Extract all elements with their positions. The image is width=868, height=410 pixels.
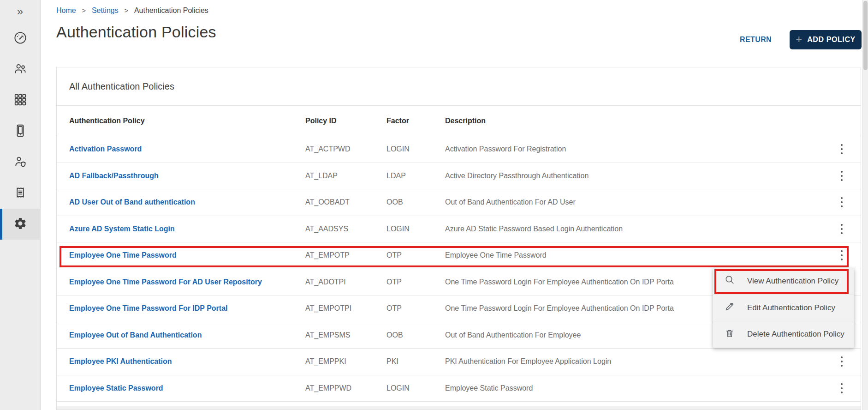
users-icon bbox=[13, 62, 27, 78]
breadcrumb: Home > Settings > Authentication Policie… bbox=[56, 6, 208, 15]
policy-factor: OTP bbox=[386, 251, 402, 259]
policy-id: AT_LDAP bbox=[305, 172, 338, 180]
authentication-policies-page: » Home > Settings > Authentication Polic… bbox=[0, 0, 868, 410]
user-security-icon bbox=[13, 155, 27, 170]
policy-factor: OOB bbox=[386, 198, 403, 206]
settings-icon bbox=[13, 217, 27, 232]
row-actions-kebab-icon[interactable] bbox=[836, 216, 848, 242]
context-menu-label: View Authentication Policy bbox=[747, 277, 838, 286]
sidebar-item-devices[interactable] bbox=[0, 116, 40, 147]
policy-link[interactable]: AD User Out of Band authentication bbox=[69, 198, 195, 206]
scrollbar-thumb[interactable] bbox=[863, 1, 868, 70]
sidebar-collapse-button[interactable]: » bbox=[0, 0, 40, 23]
policy-description: Employee One Time Password bbox=[445, 251, 547, 259]
vertical-scrollbar[interactable] bbox=[862, 0, 868, 410]
breadcrumb-separator-icon: > bbox=[125, 7, 128, 14]
add-policy-label: ADD POLICY bbox=[807, 36, 856, 44]
return-button[interactable]: RETURN bbox=[740, 30, 772, 49]
policy-factor: OOB bbox=[386, 331, 403, 339]
policy-id: AT_EMPOTP bbox=[305, 251, 350, 259]
policy-id: AT_EMPPKI bbox=[305, 357, 346, 366]
policy-link[interactable]: Employee PKI Authentication bbox=[69, 357, 172, 366]
context-menu-label: Edit Authentication Policy bbox=[747, 303, 835, 313]
policy-description: Azure AD Static Password Based Login Aut… bbox=[445, 225, 623, 233]
breadcrumb-home[interactable]: Home bbox=[56, 6, 76, 15]
context-menu-item-edit[interactable]: Edit Authentication Policy bbox=[713, 295, 854, 321]
sidebar-item-applications[interactable] bbox=[0, 85, 40, 116]
context-menu-item-delete[interactable]: Delete Authentication Policy bbox=[713, 321, 854, 348]
policy-factor: LOGIN bbox=[386, 145, 410, 153]
policy-description: Activation Password For Registration bbox=[445, 145, 566, 153]
sidebar: » bbox=[0, 0, 41, 410]
sidebar-item-reports[interactable] bbox=[0, 178, 40, 209]
table-header-row: Authentication Policy Policy ID Factor D… bbox=[57, 106, 861, 136]
policy-link[interactable]: Activation Password bbox=[69, 145, 142, 153]
table-row: Employee Static PasswordAT_EMPPWDLOGINEm… bbox=[57, 375, 861, 402]
breadcrumb-separator-icon: > bbox=[82, 7, 86, 14]
sidebar-item-users[interactable] bbox=[0, 54, 40, 85]
trash-icon bbox=[724, 328, 735, 341]
policy-description: Out of Band Authentication For Employee bbox=[445, 331, 581, 339]
context-menu-label: Delete Authentication Policy bbox=[747, 330, 844, 339]
sidebar-item-dashboard[interactable] bbox=[0, 23, 40, 54]
policy-link[interactable]: Employee Static Password bbox=[69, 384, 163, 392]
policy-link[interactable]: Employee One Time Password bbox=[69, 251, 177, 259]
plus-icon: + bbox=[796, 34, 802, 45]
breadcrumb-settings[interactable]: Settings bbox=[92, 6, 119, 15]
column-header-factor: Factor bbox=[386, 117, 409, 125]
sidebar-item-settings[interactable] bbox=[0, 209, 40, 240]
policy-description: One Time Password Login For Employee Aut… bbox=[445, 304, 674, 313]
double-chevron-right-icon: » bbox=[17, 5, 23, 18]
policy-id: AT_EMPOTPI bbox=[305, 304, 351, 313]
policy-factor: LOGIN bbox=[386, 384, 410, 392]
pencil-icon bbox=[724, 301, 735, 314]
policy-link[interactable]: Employee One Time Password For AD User R… bbox=[69, 278, 262, 286]
policy-description: One Time Password Login For Employee Aut… bbox=[445, 278, 674, 286]
column-header-authentication-policy: Authentication Policy bbox=[69, 117, 145, 125]
policy-description: Employee Static Password bbox=[445, 384, 533, 392]
table-footer-strip bbox=[57, 406, 861, 410]
policy-id: AT_ACTPWD bbox=[305, 145, 350, 153]
applications-icon bbox=[13, 93, 27, 109]
row-actions-kebab-icon[interactable] bbox=[836, 375, 848, 402]
policy-link[interactable]: AD Fallback/Passthrough bbox=[69, 172, 159, 180]
policy-link[interactable]: Azure AD System Static Login bbox=[69, 225, 175, 233]
policy-description: Out of Band Authentication For AD User bbox=[445, 198, 576, 206]
policy-id: AT_OOBADT bbox=[305, 198, 350, 206]
policy-id: AT_ADOTPI bbox=[305, 278, 346, 286]
table-row: Employee One Time PasswordAT_EMPOTPOTPEm… bbox=[57, 242, 861, 269]
dashboard-icon bbox=[13, 31, 27, 47]
page-title: Authentication Policies bbox=[56, 23, 216, 41]
row-actions-kebab-icon[interactable] bbox=[836, 163, 848, 189]
column-header-policy-id: Policy ID bbox=[305, 117, 337, 125]
policy-factor: LDAP bbox=[386, 172, 406, 180]
policy-link[interactable]: Employee Out of Band Authentication bbox=[69, 331, 202, 339]
column-header-description: Description bbox=[445, 117, 486, 125]
table-row: Activation PasswordAT_ACTPWDLOGINActivat… bbox=[57, 136, 861, 163]
row-actions-kebab-icon[interactable] bbox=[836, 349, 848, 375]
row-actions-context-menu: View Authentication PolicyEdit Authentic… bbox=[713, 268, 854, 348]
row-actions-kebab-icon[interactable] bbox=[836, 242, 848, 269]
devices-icon bbox=[13, 124, 27, 139]
policy-id: AT_AADSYS bbox=[305, 225, 348, 233]
policy-description: PKI Authentication For Employee Applicat… bbox=[445, 357, 611, 366]
card-title: All Authentication Policies bbox=[57, 67, 861, 106]
row-actions-kebab-icon[interactable] bbox=[836, 189, 848, 216]
policy-factor: OTP bbox=[386, 304, 402, 313]
policy-id: AT_EMPPWD bbox=[305, 384, 351, 392]
search-icon bbox=[724, 274, 735, 288]
policy-factor: OTP bbox=[386, 278, 402, 286]
context-menu-item-view[interactable]: View Authentication Policy bbox=[713, 268, 854, 295]
policy-id: AT_EMPSMS bbox=[305, 331, 351, 339]
add-policy-button[interactable]: + ADD POLICY bbox=[790, 30, 862, 49]
table-row: AD User Out of Band authenticationAT_OOB… bbox=[57, 189, 861, 216]
policy-factor: LOGIN bbox=[386, 225, 410, 233]
policies-card: All Authentication Policies Authenticati… bbox=[56, 67, 861, 410]
sidebar-item-user-security[interactable] bbox=[0, 147, 40, 178]
table-row: Azure AD System Static LoginAT_AADSYSLOG… bbox=[57, 216, 861, 243]
reports-icon bbox=[13, 186, 27, 201]
policy-link[interactable]: Employee One Time Password For IDP Porta… bbox=[69, 304, 228, 313]
table-row: Employee PKI AuthenticationAT_EMPPKIPKIP… bbox=[57, 349, 861, 375]
row-actions-kebab-icon[interactable] bbox=[836, 136, 848, 163]
table-row: AD Fallback/PassthroughAT_LDAPLDAPActive… bbox=[57, 163, 861, 190]
